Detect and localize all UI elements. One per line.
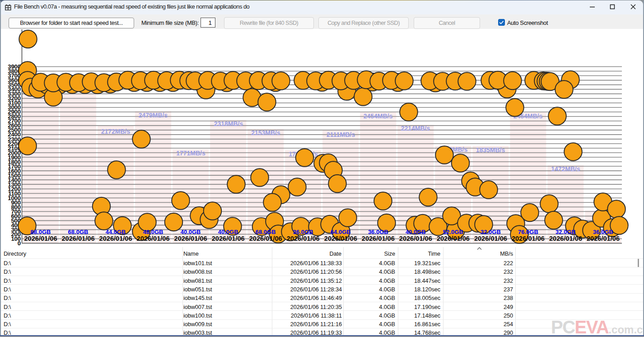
svg-text:2479MB/s: 2479MB/s [139,112,168,119]
svg-text:2026/01/06: 2026/01/06 [587,235,620,242]
svg-text:2026/01/06: 2026/01/06 [437,235,470,242]
svg-text:1472MB/s: 1472MB/s [551,165,580,173]
svg-text:76.0GB: 76.0GB [518,229,538,235]
svg-text:2172MB/s: 2172MB/s [101,128,131,135]
svg-text:2026/01/06: 2026/01/06 [212,235,245,242]
svg-text:40.0GB: 40.0GB [406,229,426,235]
svg-text:2026/01/06: 2026/01/06 [324,235,357,242]
svg-text:2111MB/s: 2111MB/s [327,131,355,138]
svg-text:36.0GB: 36.0GB [293,229,313,235]
svg-text:68.0GB: 68.0GB [68,229,89,235]
svg-text:2026/01/06: 2026/01/06 [99,235,132,242]
svg-text:2026/01/06: 2026/01/06 [362,235,395,242]
svg-text:36.0GB: 36.0GB [368,229,388,235]
svg-text:64.0GB: 64.0GB [331,229,351,235]
svg-text:32.0GB: 32.0GB [481,229,501,235]
svg-text:88.0GB: 88.0GB [31,229,51,235]
svg-text:2026/01/06: 2026/01/06 [174,235,207,242]
svg-text:48.0GB: 48.0GB [143,229,163,235]
svg-text:2318MB/s: 2318MB/s [214,120,243,127]
svg-text:36.0GB: 36.0GB [593,229,613,235]
svg-text:2026/01/06: 2026/01/06 [512,235,545,242]
svg-text:2153MB/s: 2153MB/s [251,129,280,136]
svg-text:32.0GB: 32.0GB [555,229,576,235]
svg-text:44.0GB: 44.0GB [106,229,126,235]
svg-text:40.0GB: 40.0GB [218,229,238,235]
svg-text:40.0GB: 40.0GB [181,229,201,235]
svg-text:2026/01/06: 2026/01/06 [549,235,582,242]
svg-text:2214MB/s: 2214MB/s [401,125,430,132]
svg-text:2026/01/06: 2026/01/06 [24,235,57,242]
svg-text:1835MB/s: 1835MB/s [476,146,505,154]
svg-text:2026/01/06: 2026/01/06 [474,235,507,242]
svg-text:2026/01/06: 2026/01/06 [287,235,320,242]
svg-text:2026/01/06: 2026/01/06 [249,235,282,242]
svg-text:68.0GB: 68.0GB [256,229,276,235]
svg-text:2026/01/06: 2026/01/06 [137,235,170,242]
svg-text:1771MB/s: 1771MB/s [176,150,205,157]
svg-text:0: 0 [18,240,21,247]
svg-text:2026/01/06: 2026/01/06 [399,235,432,242]
svg-text:2454MB/s: 2454MB/s [364,112,393,120]
svg-text:2026/01/06: 2026/01/06 [61,235,94,242]
svg-text:52.0GB: 52.0GB [443,229,463,235]
